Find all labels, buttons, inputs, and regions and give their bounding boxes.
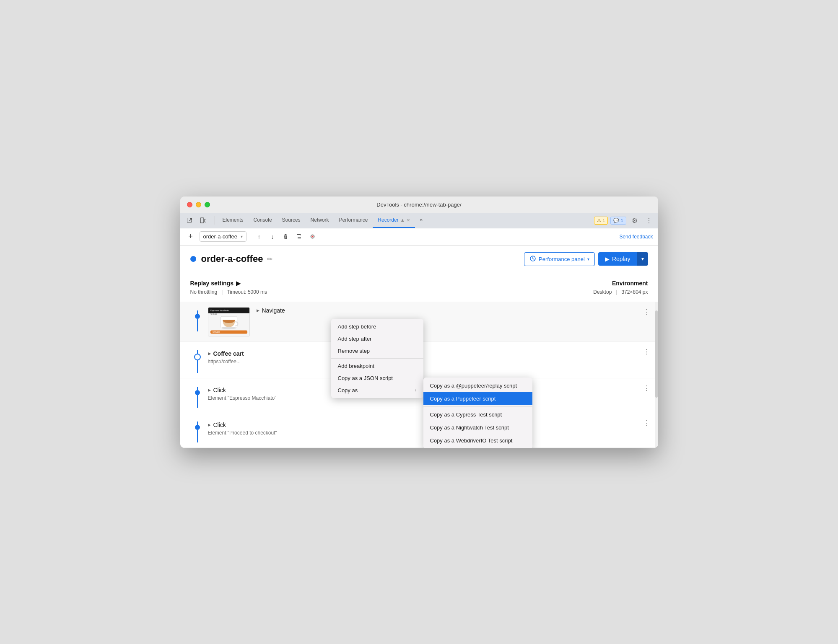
info-count: 1 <box>620 218 623 223</box>
more-options-button[interactable]: ⋮ <box>643 215 655 226</box>
environment-section: Environment Desktop | 372×804 px <box>593 280 648 295</box>
tab-console[interactable]: Console <box>249 213 277 228</box>
submenu-puppeteer-replay[interactable]: Copy as a @puppeteer/replay script <box>423 379 532 392</box>
minimize-button[interactable] <box>196 202 201 207</box>
scrollbar-thumb[interactable] <box>655 310 658 398</box>
step-click-checkout: ▶ Click Element "Proceed to checkout" ⋮ <box>180 413 658 448</box>
step-navigate-menu[interactable]: ⋮ <box>641 307 651 317</box>
traffic-lights <box>187 202 210 207</box>
window-title: DevTools - chrome://new-tab-page/ <box>376 202 461 208</box>
tab-more[interactable]: » <box>415 213 428 228</box>
warning-count: 1 <box>602 218 605 223</box>
submenu-nightwatch[interactable]: Copy as a Nightwatch Test script <box>423 421 532 434</box>
tab-sources[interactable]: Sources <box>277 213 306 228</box>
submenu-webdriver-label: Copy as a WebdriverIO Test script <box>430 437 513 444</box>
export-down-button[interactable]: ↓ <box>267 231 278 243</box>
ctx-remove-step[interactable]: Remove step <box>331 345 423 357</box>
settings-expand-icon: ▶ <box>236 280 241 287</box>
ctx-copy-as[interactable]: Copy as › <box>331 384 423 396</box>
cart-expand-icon[interactable]: ▶ <box>208 352 211 356</box>
tab-performance[interactable]: Performance <box>334 213 373 228</box>
context-menu: Add step before Add step after Remove st… <box>331 319 423 398</box>
replay-button[interactable]: ▶ Replay <box>598 252 637 266</box>
step-navigate-title: ▶ Navigate <box>257 307 641 314</box>
svg-text:ORDER: ORDER <box>212 331 220 333</box>
click1-expand-icon[interactable]: ▶ <box>208 388 211 392</box>
ctx-add-breakpoint[interactable]: Add breakpoint <box>331 360 423 372</box>
recording-status-dot <box>190 256 196 262</box>
ctx-add-before[interactable]: Add step before <box>331 321 423 333</box>
step-dot-click1 <box>195 390 200 395</box>
export-up-button[interactable]: ↑ <box>253 231 265 243</box>
step-connector-click1-bottom <box>197 395 198 408</box>
step-click1-menu[interactable]: ⋮ <box>641 383 651 393</box>
step-connector-cart-top <box>197 350 198 354</box>
submenu-puppeteer-replay-label: Copy as a @puppeteer/replay script <box>430 383 517 389</box>
ctx-copy-json-label: Copy as a JSON script <box>338 375 393 381</box>
settings-title-text: Replay settings <box>190 280 233 287</box>
step-click2-menu[interactable]: ⋮ <box>641 418 651 428</box>
edit-title-icon[interactable]: ✏ <box>267 255 272 263</box>
step-timeline-cart <box>187 347 208 373</box>
replay-dropdown-button[interactable]: ▾ <box>637 252 648 266</box>
svg-text:Espresso Macchiato: Espresso Macchiato <box>210 310 228 312</box>
devtools-tabs-bar: Elements Console Sources Network Perform… <box>180 213 658 228</box>
replay-settings-toggle[interactable]: Replay settings ▶ <box>190 280 267 287</box>
recorder-tab-close[interactable]: ✕ <box>407 218 410 222</box>
replay-button-group: ▶ Replay ▾ <box>598 252 648 266</box>
tab-recorder[interactable]: Recorder ▲ ✕ <box>373 213 415 228</box>
step-cart-content: ▶ Coffee cart https://coffee... <box>208 347 641 365</box>
navigate-expand-icon[interactable]: ▶ <box>257 308 259 313</box>
recording-selector[interactable]: order-a-coffee ▾ <box>200 231 246 242</box>
settings-divider: | <box>221 289 223 295</box>
send-feedback-link[interactable]: Send feedback <box>619 234 653 240</box>
svg-text:$13.00: $13.00 <box>210 313 216 316</box>
recorder-toolbar: + order-a-coffee ▾ ↑ ↓ <box>180 228 658 246</box>
settings-button[interactable]: ⚙ <box>629 215 641 226</box>
submenu-puppeteer-script[interactable]: Copy as a Puppeteer script <box>423 392 532 405</box>
submenu-nightwatch-label: Copy as a Nightwatch Test script <box>430 424 509 431</box>
scrollbar-track <box>655 302 658 448</box>
submenu-cypress[interactable]: Copy as a Cypress Test script <box>423 408 532 421</box>
step-connector-top <box>197 310 198 314</box>
submenu-webdriver[interactable]: Copy as a WebdriverIO Test script <box>423 434 532 447</box>
step-timeline-navigate <box>187 307 208 331</box>
step-over-button[interactable] <box>293 231 305 243</box>
settings-meta: No throttling | Timeout: 5000 ms <box>190 289 267 295</box>
cart-label: Coffee cart <box>213 350 244 357</box>
step-connector-click1-top <box>197 387 198 390</box>
close-button[interactable] <box>187 202 192 207</box>
submenu-cypress-label: Copy as a Cypress Test script <box>430 411 502 418</box>
tab-elements[interactable]: Elements <box>218 213 249 228</box>
inspect-element-button[interactable] <box>184 215 195 226</box>
device-toolbar-button[interactable] <box>197 215 209 226</box>
info-badge[interactable]: 💬 1 <box>610 217 626 225</box>
step-dot-navigate <box>195 314 200 319</box>
step-connector-click2-bottom <box>197 430 198 442</box>
delete-recording-button[interactable] <box>280 231 292 243</box>
header-actions: Performance panel ▾ ▶ Replay ▾ <box>524 252 648 266</box>
environment-meta: Desktop | 372×804 px <box>593 289 648 295</box>
steps-container: Espresso Macchiato $13.00 ORDER <box>180 302 658 448</box>
toolbar-divider <box>215 216 215 225</box>
environment-size: 372×804 px <box>621 289 648 295</box>
step-cart-menu[interactable]: ⋮ <box>641 347 651 357</box>
add-recording-button[interactable]: + <box>185 231 196 242</box>
ctx-add-after-label: Add step after <box>338 336 372 342</box>
tab-network[interactable]: Network <box>306 213 334 228</box>
submenu-puppeteer-label: Copy as a Puppeteer script <box>430 396 496 402</box>
ctx-copy-json[interactable]: Copy as a JSON script <box>331 372 423 384</box>
recording-header: order-a-coffee ✏ Performance panel ▾ ▶ <box>180 246 658 273</box>
performance-panel-button[interactable]: Performance panel ▾ <box>524 252 595 266</box>
ctx-separator-1 <box>331 358 423 359</box>
recorder-tab-icon: ▲ <box>400 217 405 222</box>
maximize-button[interactable] <box>205 202 210 207</box>
ctx-add-after[interactable]: Add step after <box>331 333 423 345</box>
click2-expand-icon[interactable]: ▶ <box>208 423 211 427</box>
record-button[interactable] <box>307 231 319 243</box>
step-connector-bottom <box>197 319 198 331</box>
recording-title: order-a-coffee <box>201 253 263 264</box>
warning-badge[interactable]: ⚠ 1 <box>594 217 608 225</box>
performance-panel-icon <box>529 255 536 263</box>
ctx-add-before-label: Add step before <box>338 323 376 330</box>
